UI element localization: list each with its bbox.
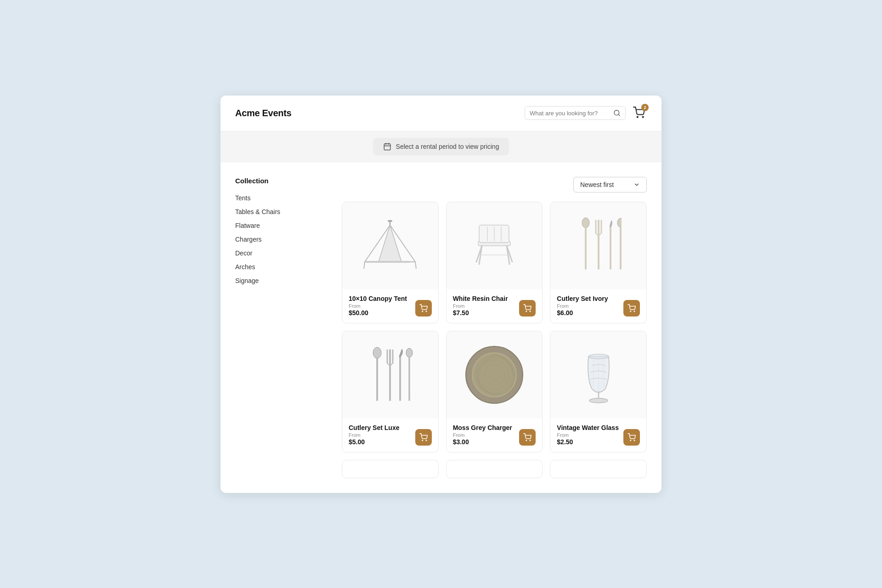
svg-rect-14 [388,220,392,222]
product-name-chair: White Resin Chair [453,295,515,302]
product-from-chair: From [453,303,515,309]
app-window: Acme Events 2 Select a rental pe [220,96,662,493]
svg-point-38 [630,311,631,312]
product-details-cutlery-ivory: Cutlery Set Ivory From $6.00 [557,295,619,317]
product-card-canopy-tent[interactable]: 10×10 Canopy Tent From $50.00 [342,202,439,323]
product-card-cutlery-luxe[interactable]: Cutlery Set Luxe From $5.00 [342,331,439,452]
sidebar-item-chargers[interactable]: Chargers [235,233,327,245]
products-header: Newest first [342,177,647,192]
cart-add-icon [523,433,531,441]
svg-point-58 [526,440,527,441]
product-image-chair [447,202,543,289]
add-to-cart-chair[interactable] [519,300,536,317]
product-name-cutlery-luxe: Cutlery Set Luxe [349,424,411,431]
cart-add-icon [628,304,636,312]
product-name-glass: Vintage Water Glass [557,424,619,431]
svg-point-36 [617,218,622,227]
svg-rect-13 [365,261,411,263]
product-card-chair[interactable]: White Resin Chair From $7.50 [446,202,543,323]
svg-point-67 [634,440,635,441]
cart-add-icon [419,433,428,441]
product-details-glass: Vintage Water Glass From $2.50 [557,424,619,446]
product-price-chair: $7.50 [453,309,515,317]
product-info-charger: Moss Grey Charger From $3.00 [447,418,543,452]
product-image-tent [342,202,438,289]
add-to-cart-cutlery-luxe[interactable] [415,429,432,446]
product-name-cutlery-ivory: Cutlery Set Ivory [557,295,619,302]
product-name-tent: 10×10 Canopy Tent [349,295,411,302]
product-card-partial-2 [446,460,543,478]
product-price-charger: $3.00 [453,438,515,446]
sidebar-item-decor[interactable]: Decor [235,247,327,259]
sidebar-item-tables-chairs[interactable]: Tables & Chairs [235,206,327,218]
add-to-cart-cutlery-ivory[interactable] [623,300,640,317]
add-to-cart-charger[interactable] [519,429,536,446]
add-to-cart-glass[interactable] [623,429,640,446]
product-from-tent: From [349,303,411,309]
svg-point-39 [634,311,635,312]
svg-point-15 [422,311,423,312]
sort-dropdown[interactable]: Newest first [573,177,647,192]
search-icon [613,109,621,117]
product-price-glass: $2.50 [557,438,619,446]
calendar-icon [383,142,391,151]
cutlery-ivory-illustration [576,214,622,278]
cart-add-icon [523,304,531,312]
svg-point-16 [426,311,427,312]
svg-point-47 [406,348,413,357]
svg-line-12 [415,262,416,269]
product-details-charger: Moss Grey Charger From $3.00 [453,424,515,446]
product-price-tent: $50.00 [349,309,411,317]
product-card-partial-1 [342,460,439,478]
products-area: Newest first [342,177,647,478]
sidebar-item-signage[interactable]: Signage [235,275,327,287]
cart-badge: 2 [641,104,649,111]
tent-illustration [360,218,420,273]
sort-label: Newest first [580,181,614,188]
sidebar-nav: Tents Tables & Chairs Flatware Chargers … [235,192,327,287]
product-details-chair: White Resin Chair From $7.50 [453,295,515,317]
charger-illustration [462,343,526,407]
search-input[interactable] [530,110,611,117]
svg-point-27 [526,311,527,312]
search-bar[interactable] [525,106,626,120]
product-info-cutlery-ivory: Cutlery Set Ivory From $6.00 [550,289,646,323]
svg-rect-4 [384,144,390,150]
header: Acme Events 2 [220,96,662,131]
svg-line-11 [364,262,365,269]
svg-point-2 [637,116,638,117]
product-info-glass: Vintage Water Glass From $2.50 [550,418,646,452]
svg-point-49 [422,440,423,441]
product-info-chair: White Resin Chair From $7.50 [447,289,543,323]
product-from-glass: From [557,432,619,438]
svg-point-66 [630,440,631,441]
product-card-glass[interactable]: Vintage Water Glass From $2.50 [550,331,647,452]
svg-point-29 [582,218,589,228]
sidebar: Collection Tents Tables & Chairs Flatwar… [235,177,327,478]
product-info-cutlery-luxe: Cutlery Set Luxe From $5.00 [342,418,438,452]
cart-button[interactable]: 2 [631,105,647,122]
product-price-cutlery-luxe: $5.00 [349,438,411,446]
product-card-partial-3 [550,460,647,478]
svg-point-40 [373,347,381,358]
chair-illustration [469,216,520,276]
rental-bar: Select a rental period to view pricing [220,131,662,162]
product-card-cutlery-ivory[interactable]: Cutlery Set Ivory From $6.00 [550,202,647,323]
glass-illustration [580,343,617,407]
product-card-charger[interactable]: Moss Grey Charger From $3.00 [446,331,543,452]
svg-point-3 [643,116,644,117]
cutlery-luxe-illustration [367,343,413,407]
svg-point-28 [530,311,531,312]
chevron-down-icon [633,181,640,188]
cart-add-icon [419,304,428,312]
product-price-cutlery-ivory: $6.00 [557,309,619,317]
sidebar-title: Collection [235,177,327,185]
rental-bar-text: Select a rental period to view pricing [396,143,499,150]
add-to-cart-tent[interactable] [415,300,432,317]
main-content: Collection Tents Tables & Chairs Flatwar… [220,162,662,493]
sidebar-item-arches[interactable]: Arches [235,261,327,273]
rental-period-selector[interactable]: Select a rental period to view pricing [373,138,509,155]
product-from-charger: From [453,432,515,438]
sidebar-item-tents[interactable]: Tents [235,192,327,204]
sidebar-item-flatware[interactable]: Flatware [235,220,327,232]
